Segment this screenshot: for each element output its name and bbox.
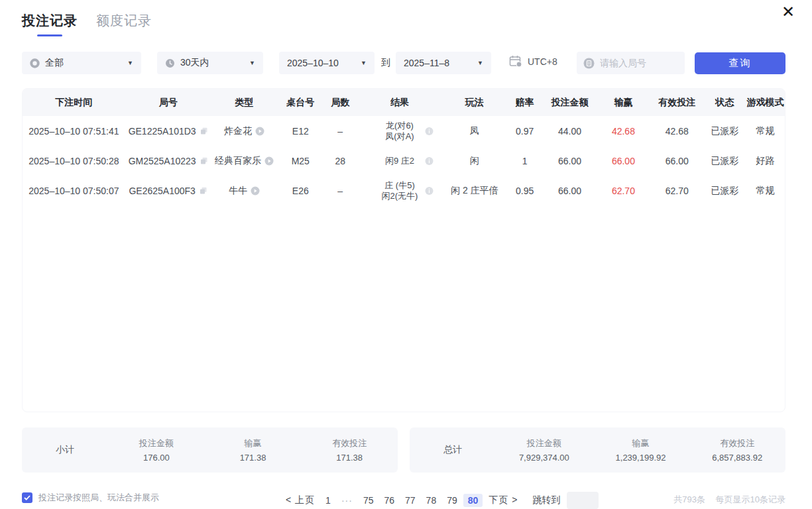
search-button[interactable]: 查询 <box>695 52 785 74</box>
col-header-round-id: 局号 <box>125 97 211 109</box>
chevron-down-icon: ▼ <box>477 60 483 66</box>
page-size-text: 每页显示10条记录 <box>716 494 785 504</box>
play-video-icon[interactable] <box>251 186 260 196</box>
bet-amount: 66.00 <box>544 156 597 166</box>
table-row: 2025–10–10 07:50:28 GM2525A10223 经典百家乐 M… <box>23 146 785 176</box>
win-loss: 62.70 <box>597 186 651 196</box>
info-icon[interactable] <box>425 156 434 165</box>
col-header-result: 结果 <box>357 97 443 109</box>
page-button[interactable]: 78 <box>422 494 441 507</box>
merge-checkbox-label: 投注记录按照局、玩法合并展示 <box>38 492 159 504</box>
page-button[interactable]: 1 <box>321 494 335 507</box>
table-header-row: 下注时间 局号 类型 桌台号 局数 结果 玩法 赔率 投注金额 输赢 有效投注 … <box>23 89 785 116</box>
total-panel: 总计 投注金额 7,929,374.00 输赢 1,239,199.92 有效投… <box>410 427 785 473</box>
subtotal-valid-label: 有效投注 <box>301 437 398 449</box>
col-header-game-mode: 游戏模式 <box>746 97 785 109</box>
timezone-indicator: UTC+8 <box>509 55 557 68</box>
game-type: 经典百家乐 <box>215 155 261 167</box>
page-button[interactable]: 79 <box>442 494 462 507</box>
game-type: 炸金花 <box>224 125 252 137</box>
round-search-field[interactable] <box>577 52 685 74</box>
page-button[interactable]: 76 <box>379 494 399 507</box>
rounds-count: 28 <box>323 156 357 166</box>
game-type: 牛牛 <box>229 185 247 197</box>
jump-page-input[interactable] <box>567 492 599 509</box>
play-video-icon[interactable] <box>264 156 274 166</box>
page-button[interactable]: 77 <box>400 494 420 507</box>
result-line: 闲9 庄2 <box>385 156 414 166</box>
page-button-active[interactable]: 80 <box>463 494 483 507</box>
valid-bet: 62.70 <box>650 186 703 196</box>
info-icon[interactable] <box>425 186 434 195</box>
pagination-ellipsis[interactable]: ··· <box>337 494 357 507</box>
total-win: 输赢 1,239,199.92 <box>593 437 689 463</box>
subtotal-win-label: 输赢 <box>205 437 302 449</box>
date-from-select[interactable]: 2025–10–10 ▼ <box>279 52 375 74</box>
merge-checkbox[interactable] <box>22 492 32 503</box>
copy-icon[interactable] <box>200 187 207 195</box>
col-header-play: 玩法 <box>443 97 506 109</box>
subtotal-bet-value: 176.00 <box>108 453 205 463</box>
total-win-label: 输赢 <box>593 437 689 449</box>
result-line: 闲2(无牛) <box>382 191 418 201</box>
calendar-clock-icon <box>509 55 522 68</box>
prev-page-button[interactable]: < 上页 <box>281 493 319 508</box>
subtotal-win: 输赢 171.38 <box>205 437 302 463</box>
play-video-icon[interactable] <box>255 127 264 136</box>
odds: 1 <box>506 156 544 166</box>
rounds-count: – <box>323 186 357 196</box>
tab-quota-records[interactable]: 额度记录 <box>96 12 152 36</box>
clock-icon <box>165 58 175 68</box>
category-select[interactable]: 全部 ▼ <box>22 52 141 74</box>
tab-bet-records[interactable]: 投注记录 <box>22 12 78 36</box>
round-id-cell: GE2625A100F3 <box>125 186 211 196</box>
round-search-input[interactable] <box>600 58 673 68</box>
page-button[interactable]: 75 <box>359 494 378 507</box>
bet-time: 2025–10–10 07:51:41 <box>23 126 125 137</box>
table-no: E12 <box>277 126 323 137</box>
table-no: M25 <box>277 156 323 166</box>
copy-icon[interactable] <box>200 157 208 165</box>
total-win-value: 1,239,199.92 <box>593 453 689 463</box>
status: 已派彩 <box>703 125 746 137</box>
copy-icon[interactable] <box>200 127 208 135</box>
time-range-select[interactable]: 30天内 ▼ <box>157 52 263 74</box>
chevron-down-icon: ▼ <box>249 60 255 66</box>
col-header-time: 下注时间 <box>23 97 125 109</box>
category-icon <box>30 58 40 68</box>
col-header-win-loss: 输赢 <box>597 97 651 109</box>
col-header-rounds: 局数 <box>323 97 357 109</box>
col-header-bet-amount: 投注金额 <box>544 97 597 109</box>
bet-amount: 44.00 <box>544 126 597 137</box>
result-cell: 闲9 庄2 <box>357 156 443 166</box>
chevron-down-icon: ▼ <box>127 60 133 66</box>
odds: 0.97 <box>506 126 544 137</box>
status: 已派彩 <box>703 155 746 167</box>
col-header-type: 类型 <box>211 97 278 109</box>
round-id: GE1225A101D3 <box>129 126 196 137</box>
round-id-cell: GM2525A10223 <box>125 156 211 166</box>
subtotal-win-value: 171.38 <box>205 453 302 463</box>
total-valid-value: 6,857,883.92 <box>689 453 785 463</box>
valid-bet: 42.68 <box>650 126 703 137</box>
chevron-down-icon: ▼ <box>361 60 367 66</box>
bet-time: 2025–10–10 07:50:07 <box>23 186 125 196</box>
date-to-select[interactable]: 2025–11–8 ▼ <box>396 52 491 74</box>
round-id: GM2525A10223 <box>129 156 196 166</box>
info-icon[interactable] <box>425 127 434 135</box>
subtotal-valid: 有效投注 171.38 <box>301 437 398 463</box>
total-bet: 投注金额 7,929,374.00 <box>496 437 593 463</box>
round-id: GE2625A100F3 <box>129 186 195 196</box>
rounds-count: – <box>323 126 357 137</box>
total-label: 总计 <box>410 444 496 456</box>
bet-amount: 66.00 <box>544 186 597 196</box>
merge-option: 投注记录按照局、玩法合并展示 <box>22 492 159 504</box>
play-method: 闲 <box>443 155 506 167</box>
category-value: 全部 <box>45 57 64 69</box>
game-mode: 常规 <box>746 185 785 197</box>
next-page-button[interactable]: 下页 > <box>484 493 522 508</box>
check-icon <box>24 495 30 500</box>
close-icon[interactable]: ✕ <box>782 4 795 20</box>
win-loss: 66.00 <box>597 156 651 166</box>
table-row: 2025–10–10 07:50:07 GE2625A100F3 牛牛 E26 … <box>23 176 785 205</box>
